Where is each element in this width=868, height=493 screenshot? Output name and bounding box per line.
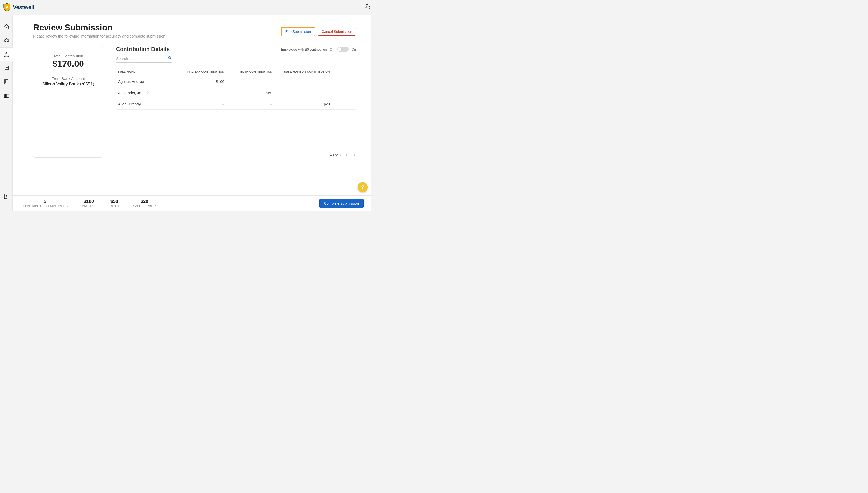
details-title: Contribution Details — [116, 46, 169, 52]
sidebar-item-library[interactable] — [0, 89, 13, 103]
search-icon[interactable] — [167, 56, 172, 61]
cell-name: Aguilar, Andrea — [116, 76, 176, 87]
newspaper-icon — [3, 65, 9, 71]
people-icon — [3, 38, 10, 44]
hand-coin-icon — [3, 51, 9, 58]
sidebar-item-company[interactable] — [0, 75, 13, 89]
cell-safeharbor: $20 — [274, 99, 332, 110]
svg-point-4 — [8, 39, 9, 40]
stat-pretax: $100 PRE-TAX — [82, 199, 95, 208]
svg-point-2 — [5, 39, 7, 40]
pagination-range: 1–3 of 3 — [328, 153, 341, 157]
bank-account-name: Silicon Valley Bank (*0551) — [39, 82, 98, 87]
cell-pretax: $100 — [176, 76, 226, 87]
table-row: Alexander, Jennifer -- $50 -- — [116, 87, 356, 99]
cell-roth: $50 — [226, 87, 274, 99]
svg-rect-22 — [7, 94, 8, 98]
svg-point-5 — [5, 52, 6, 54]
edit-submission-button[interactable]: Edit Submission — [281, 27, 315, 36]
pagination: 1–3 of 3 — [116, 148, 356, 158]
total-contribution-label: Total Contribution — [39, 54, 98, 58]
sidebar-item-home[interactable] — [0, 20, 13, 34]
svg-point-3 — [4, 39, 5, 40]
zero-contribution-toggle[interactable] — [337, 47, 348, 51]
zero-contribution-toggle-label: Employees with $0 contribution — [281, 47, 327, 51]
svg-line-26 — [170, 59, 172, 60]
toggle-on-label: On — [352, 47, 356, 51]
sidebar-item-contributions[interactable] — [0, 47, 13, 61]
cell-pretax: -- — [176, 99, 226, 110]
table-row: Allen, Brandy -- -- $20 — [116, 99, 356, 110]
home-icon — [3, 24, 9, 30]
books-icon — [3, 93, 9, 99]
col-full-name: FULL NAME — [116, 68, 176, 76]
cell-roth: -- — [226, 76, 274, 87]
stat-contributing-employees: 3 CONTRIBUTING EMPLOYEES — [23, 199, 68, 208]
chevron-left-icon — [345, 153, 348, 156]
sidebar-item-logout[interactable] — [0, 189, 13, 203]
bottom-bar: 3 CONTRIBUTING EMPLOYEES $100 PRE-TAX $5… — [13, 195, 371, 211]
table-row: Aguilar, Andrea $100 -- -- — [116, 76, 356, 87]
sidebar-item-news[interactable] — [0, 61, 13, 75]
brand-logo[interactable]: V Vestwell — [3, 3, 34, 12]
complete-submission-button[interactable]: Complete Submission — [319, 199, 364, 208]
svg-rect-7 — [5, 67, 7, 68]
contribution-details: Contribution Details Employees with $0 c… — [116, 46, 356, 158]
cell-pretax: -- — [176, 87, 226, 99]
stat-roth: $50 ROTH — [110, 199, 119, 208]
cell-safeharbor: -- — [274, 87, 332, 99]
stat-safeharbor: $20 SAFE HARBOR — [133, 199, 156, 208]
page-header: Review Submission Please review the foll… — [33, 22, 356, 38]
sidebar — [0, 15, 13, 211]
cell-roth: -- — [226, 99, 274, 110]
svg-point-1 — [366, 4, 368, 6]
help-button[interactable]: ? — [358, 182, 368, 192]
total-contribution-amount: $170.00 — [39, 59, 98, 69]
svg-rect-12 — [5, 80, 8, 84]
header-actions: Edit Submission Cancel Submission — [281, 27, 356, 36]
shield-icon: V — [3, 3, 11, 12]
toggle-off-label: Off — [330, 47, 334, 51]
svg-text:V: V — [6, 5, 8, 9]
bank-account-label: From Bank Account — [39, 76, 98, 81]
search-input[interactable] — [116, 57, 167, 61]
col-roth: ROTH CONTRIBUTION — [226, 68, 274, 76]
cell-name: Allen, Brandy — [116, 99, 176, 110]
brand-name: Vestwell — [13, 4, 34, 11]
user-switch-icon[interactable] — [364, 3, 371, 12]
svg-rect-21 — [6, 94, 7, 98]
top-header: V Vestwell — [0, 0, 371, 15]
summary-card: Total Contribution $170.00 From Bank Acc… — [33, 46, 103, 158]
svg-point-25 — [168, 57, 170, 59]
help-icon: ? — [361, 184, 364, 191]
page-title: Review Submission — [33, 22, 165, 33]
building-icon — [3, 79, 9, 85]
cell-safeharbor: -- — [274, 76, 332, 87]
pagination-prev[interactable] — [345, 152, 348, 158]
search-row — [116, 56, 172, 63]
zero-contribution-toggle-row: Employees with $0 contribution Off On — [281, 47, 356, 51]
chevron-right-icon — [353, 153, 356, 156]
contribution-table: FULL NAME PRE-TAX CONTRIBUTION ROTH CONT… — [116, 68, 356, 110]
page-subtitle: Please review the following information … — [33, 34, 165, 38]
logout-icon — [3, 193, 9, 199]
col-pretax: PRE-TAX CONTRIBUTION — [176, 68, 226, 76]
sidebar-item-people[interactable] — [0, 34, 13, 47]
pagination-next[interactable] — [353, 152, 356, 158]
svg-rect-20 — [4, 94, 5, 98]
cancel-submission-button[interactable]: Cancel Submission — [318, 27, 356, 36]
main-content: Review Submission Please review the foll… — [13, 15, 371, 195]
cell-name: Alexander, Jennifer — [116, 87, 176, 99]
col-safeharbor: SAFE HARBOR CONTRIBUTION — [274, 68, 332, 76]
